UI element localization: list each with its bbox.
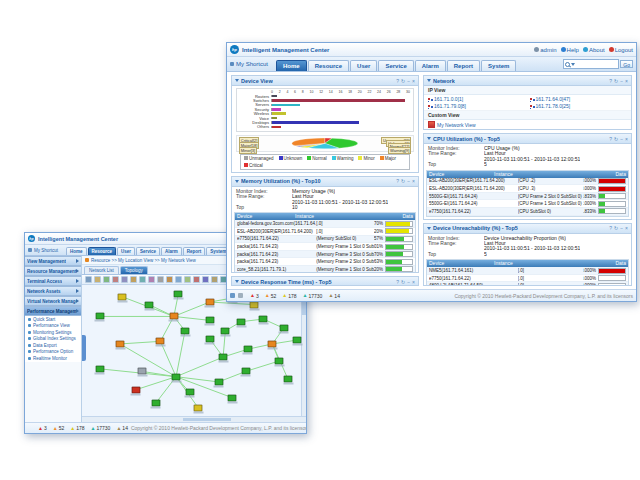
panel-control-icon[interactable]: −: [620, 136, 623, 142]
topology-node[interactable]: [279, 325, 288, 332]
alarm-counter[interactable]: ▲ 3: [250, 293, 259, 299]
collapse-icon[interactable]: [427, 137, 431, 140]
table-row[interactable]: packa(161.71.64.23) (Memory Frame 1 Slot…: [235, 243, 415, 251]
toolbar-icon[interactable]: [175, 276, 182, 283]
panel-control-icon[interactable]: ↻: [614, 78, 618, 84]
table-row[interactable]: core_58.21(161.71.79.1) (Memory Frame 1 …: [235, 266, 415, 273]
view-tab[interactable]: Topology: [120, 266, 148, 274]
topology-node[interactable]: [221, 327, 230, 334]
table-row[interactable]: ESL-AB200(30ER)ER(161.71.64.200) (CPU .3…: [427, 185, 628, 193]
column-header[interactable]: Data: [615, 260, 626, 267]
sidebar-section-header[interactable]: View Management: [25, 256, 81, 266]
view-tab[interactable]: Network List: [84, 266, 119, 274]
sidebar-section-header[interactable]: Virtual Network Manager: [25, 296, 81, 306]
collapse-icon[interactable]: [427, 227, 431, 230]
main-tab[interactable]: Service: [378, 60, 413, 71]
panel-control-icon[interactable]: −: [407, 279, 410, 285]
alarm-counter[interactable]: ▲ 17730: [303, 293, 323, 299]
panel-control-icon[interactable]: −: [620, 225, 623, 231]
topology-link[interactable]: [176, 331, 185, 377]
panel-control-icon[interactable]: ×: [412, 178, 415, 184]
alarm-counter[interactable]: ▲ 178: [70, 425, 84, 431]
panel-control-icon[interactable]: ?: [609, 78, 612, 84]
sidebar-section-header[interactable]: Network Assets: [25, 286, 81, 296]
sidebar-collapse-handle[interactable]: [82, 335, 86, 361]
table-row[interactable]: NME5(161.71.64.161) [.0] 100.000%: [427, 267, 628, 275]
topology-node[interactable]: [205, 317, 214, 324]
topology-node[interactable]: [259, 316, 268, 323]
topology-canvas[interactable]: [82, 285, 306, 416]
topology-node[interactable]: [156, 338, 165, 345]
alarm-counter[interactable]: ▲ 178: [282, 293, 296, 299]
topology-node[interactable]: [243, 346, 252, 353]
main-tab[interactable]: Home: [66, 247, 87, 255]
main-tab[interactable]: Alarm: [161, 247, 182, 255]
alarm-counter[interactable]: ▲ 17730: [91, 425, 111, 431]
toolbar-icon[interactable]: [184, 276, 191, 283]
panel-control-icon[interactable]: ↻: [401, 178, 405, 184]
toolbar-icon[interactable]: [103, 276, 110, 283]
topology-link[interactable]: [176, 357, 223, 377]
panel-control-icon[interactable]: −: [620, 78, 623, 84]
my-network-view-link[interactable]: My Network View: [424, 120, 631, 129]
topology-node[interactable]: [250, 301, 259, 308]
topology-node[interactable]: [138, 368, 147, 375]
column-header[interactable]: Instance: [295, 213, 402, 220]
toolbar-icon[interactable]: [157, 276, 164, 283]
topology-node[interactable]: [228, 394, 237, 401]
toolbar-icon[interactable]: [130, 276, 137, 283]
topology-node[interactable]: [95, 313, 104, 320]
go-button[interactable]: Go: [620, 60, 633, 68]
main-tab[interactable]: System: [481, 60, 516, 71]
topology-node[interactable]: [241, 368, 250, 375]
toolbar-icon[interactable]: [85, 276, 92, 283]
alarm-counter[interactable]: ▲ 52: [265, 293, 277, 299]
column-header[interactable]: Instance: [494, 171, 615, 178]
status-icon[interactable]: [230, 293, 235, 298]
horizontal-scrollbar[interactable]: [82, 416, 306, 422]
toolbar-icon[interactable]: [166, 276, 173, 283]
admin-user[interactable]: admin: [534, 47, 556, 53]
main-tab[interactable]: Home: [276, 60, 307, 71]
topology-node[interactable]: [151, 399, 160, 406]
collapse-icon[interactable]: [235, 180, 239, 183]
topology-node[interactable]: [214, 378, 223, 385]
collapse-icon[interactable]: [235, 280, 239, 283]
table-row[interactable]: e7750(161.71.64.22) [.0] 0.000%: [427, 275, 628, 283]
table-row[interactable]: e7750(161.71.64.22) (CPU SubSlot 0) 21.8…: [427, 208, 628, 216]
topology-node[interactable]: [237, 318, 246, 325]
topology-node[interactable]: [131, 386, 140, 393]
topology-node[interactable]: [169, 313, 178, 320]
scrollbar-thumb[interactable]: [183, 418, 231, 421]
panel-control-icon[interactable]: ?: [609, 225, 612, 231]
toolbar-icon[interactable]: [121, 276, 128, 283]
panel-control-icon[interactable]: ↻: [614, 136, 618, 142]
main-tab[interactable]: Service: [136, 247, 160, 255]
main-tab[interactable]: User: [350, 60, 377, 71]
table-row[interactable]: global-fedora.gov.3com.com(161.71.64.94)…: [235, 220, 415, 228]
column-header[interactable]: Device: [429, 260, 494, 267]
topology-node[interactable]: [293, 337, 302, 344]
my-shortcut-link[interactable]: My Shortcut: [236, 61, 268, 67]
panel-control-icon[interactable]: ↻: [614, 225, 618, 231]
chevron-down-icon[interactable]: [571, 63, 575, 66]
panel-control-icon[interactable]: ×: [412, 78, 415, 84]
breadcrumb-links[interactable]: Resource >> My Location View >> My Netwo…: [91, 258, 196, 263]
table-row[interactable]: packa(161.71.64.23) (Memory Frame 3 Slot…: [235, 251, 415, 259]
toolbar-icon[interactable]: [139, 276, 146, 283]
table-row[interactable]: 5500G-EI(161.71.64.24) (CPU Frame 1 Slot…: [427, 200, 628, 208]
main-tab[interactable]: User: [117, 247, 135, 255]
topology-node[interactable]: [205, 299, 214, 306]
column-header[interactable]: Data: [615, 171, 626, 178]
sidebar-section-header[interactable]: Terminal Access: [25, 276, 81, 286]
sidebar-item[interactable]: Realtime Monitor: [25, 355, 81, 362]
topology-node[interactable]: [194, 405, 203, 412]
about-link[interactable]: About: [583, 47, 605, 53]
topology-node[interactable]: [181, 327, 190, 334]
toolbar-icon[interactable]: [211, 276, 218, 283]
topology-node[interactable]: [118, 293, 127, 300]
main-tab[interactable]: Alarm: [415, 60, 446, 71]
search-input[interactable]: [576, 61, 612, 67]
panel-control-icon[interactable]: ?: [396, 178, 399, 184]
column-header[interactable]: Instance: [494, 260, 615, 267]
